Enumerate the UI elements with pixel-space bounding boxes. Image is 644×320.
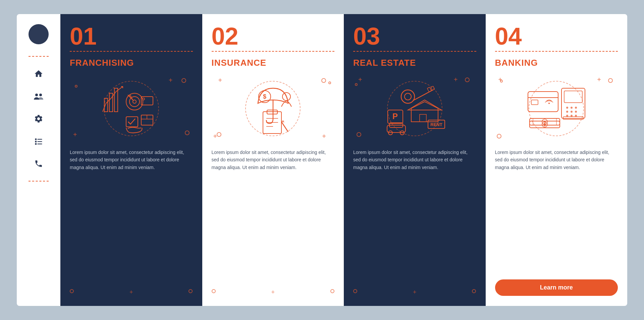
svg-rect-2: [35, 139, 37, 140]
card-1-illustration: + +: [70, 75, 193, 142]
main-container: 01 FRANCHISING + +: [17, 14, 627, 306]
svg-rect-5: [38, 141, 42, 142]
card-1-number: 01: [70, 24, 193, 48]
list-icon[interactable]: [33, 136, 44, 147]
card-2-divider: [212, 51, 335, 52]
card-3-number: 03: [353, 24, 476, 48]
svg-rect-3: [38, 139, 42, 140]
svg-point-1: [39, 94, 42, 96]
sidebar-divider-2: [29, 181, 49, 181]
card-4-title: BANKING: [495, 58, 618, 68]
card-2-number: 02: [212, 24, 335, 48]
card-3-illustration: + + P: [353, 75, 476, 142]
gear-icon[interactable]: [33, 113, 44, 124]
card-4-text: Lorem ipsum dolor sit amet, consectetur …: [495, 149, 618, 273]
card-2-title: INSURANCE: [212, 58, 335, 68]
cards-container: 01 FRANCHISING + +: [60, 14, 627, 306]
card-1-divider: [70, 51, 193, 52]
svg-rect-4: [35, 141, 37, 143]
card-1-title: FRANCHISING: [70, 58, 193, 68]
sidebar: [17, 14, 60, 306]
learn-more-button[interactable]: Learn more: [495, 279, 618, 296]
sidebar-logo: [29, 24, 49, 44]
sidebar-divider-1: [29, 56, 49, 57]
card-insurance: 02 INSURANCE + + + $: [202, 14, 344, 306]
card-3-title: REAL ESTATE: [353, 58, 476, 68]
card-realestate: 03 REAL ESTATE + +: [344, 14, 486, 306]
card-4-number: 04: [495, 24, 618, 48]
card-1-text: Lorem ipsum dolor sit amet, consectetur …: [70, 149, 193, 284]
svg-rect-7: [38, 144, 42, 144]
card-4-divider: [495, 51, 618, 52]
svg-rect-6: [35, 143, 37, 145]
people-icon[interactable]: [33, 91, 44, 102]
phone-icon[interactable]: [33, 158, 44, 169]
card-2-illustration: + + + $: [212, 75, 335, 142]
card-banking: 04 BANKING + +: [486, 14, 628, 306]
card-3-divider: [353, 51, 476, 52]
svg-point-0: [35, 94, 38, 96]
card-4-illustration: + +: [495, 75, 618, 142]
card-3-text: Lorem ipsum dolor sit amet, consectetur …: [353, 149, 476, 284]
card-2-text: Lorem ipsum dolor sit amet, consectetur …: [212, 149, 335, 284]
home-icon[interactable]: [33, 68, 44, 79]
card-franchising: 01 FRANCHISING + +: [60, 14, 202, 306]
